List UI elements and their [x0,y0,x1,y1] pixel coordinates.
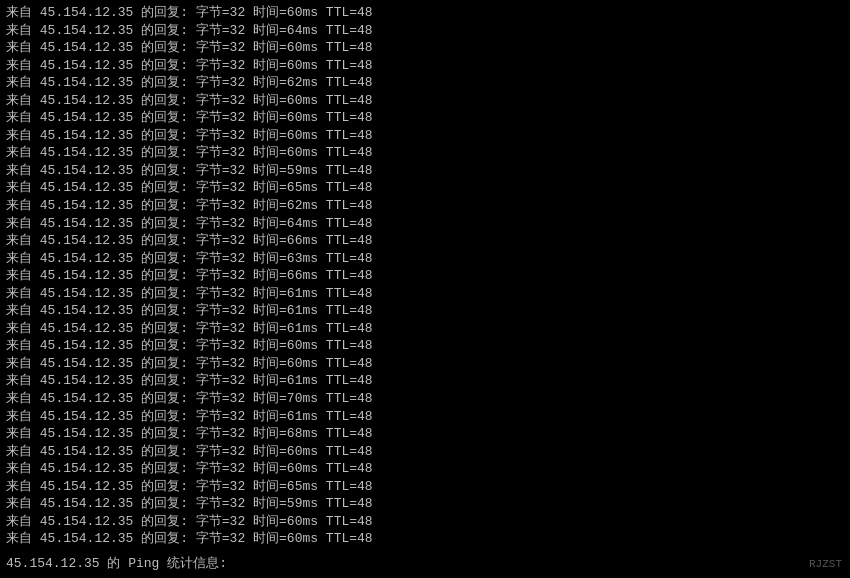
ping-line: 来自 45.154.12.35 的回复: 字节=32 时间=66ms TTL=4… [6,267,844,285]
ping-line: 来自 45.154.12.35 的回复: 字节=32 时间=60ms TTL=4… [6,355,844,373]
ping-line: 来自 45.154.12.35 的回复: 字节=32 时间=70ms TTL=4… [6,390,844,408]
ping-line: 来自 45.154.12.35 的回复: 字节=32 时间=64ms TTL=4… [6,215,844,233]
watermark: RJZST [809,558,842,570]
ping-line: 来自 45.154.12.35 的回复: 字节=32 时间=60ms TTL=4… [6,39,844,57]
ping-line: 来自 45.154.12.35 的回复: 字节=32 时间=60ms TTL=4… [6,109,844,127]
ping-line: 来自 45.154.12.35 的回复: 字节=32 时间=60ms TTL=4… [6,443,844,461]
ping-line: 来自 45.154.12.35 的回复: 字节=32 时间=66ms TTL=4… [6,232,844,250]
ping-line: 来自 45.154.12.35 的回复: 字节=32 时间=60ms TTL=4… [6,144,844,162]
ping-line: 来自 45.154.12.35 的回复: 字节=32 时间=61ms TTL=4… [6,320,844,338]
ping-line: 来自 45.154.12.35 的回复: 字节=32 时间=59ms TTL=4… [6,162,844,180]
ping-line: 来自 45.154.12.35 的回复: 字节=32 时间=62ms TTL=4… [6,197,844,215]
ping-line: 来自 45.154.12.35 的回复: 字节=32 时间=60ms TTL=4… [6,4,844,22]
ping-line: 来自 45.154.12.35 的回复: 字节=32 时间=62ms TTL=4… [6,74,844,92]
ping-line: 来自 45.154.12.35 的回复: 字节=32 时间=61ms TTL=4… [6,302,844,320]
ping-line: 来自 45.154.12.35 的回复: 字节=32 时间=68ms TTL=4… [6,425,844,443]
ping-line: 来自 45.154.12.35 的回复: 字节=32 时间=60ms TTL=4… [6,337,844,355]
ping-line: 来自 45.154.12.35 的回复: 字节=32 时间=60ms TTL=4… [6,530,844,548]
ping-line: 来自 45.154.12.35 的回复: 字节=32 时间=60ms TTL=4… [6,460,844,478]
ping-line: 来自 45.154.12.35 的回复: 字节=32 时间=60ms TTL=4… [6,57,844,75]
stats-packets-line: 数据包: 已发送 = 39，已接收 = 39，丢失 = 0 (0% 丢失), [6,573,844,574]
ping-line: 来自 45.154.12.35 的回复: 字节=32 时间=61ms TTL=4… [6,285,844,303]
ping-line: 来自 45.154.12.35 的回复: 字节=32 时间=64ms TTL=4… [6,22,844,40]
ping-line: 来自 45.154.12.35 的回复: 字节=32 时间=61ms TTL=4… [6,372,844,390]
ping-line: 来自 45.154.12.35 的回复: 字节=32 时间=65ms TTL=4… [6,179,844,197]
ping-line: 来自 45.154.12.35 的回复: 字节=32 时间=60ms TTL=4… [6,127,844,145]
ping-line: 来自 45.154.12.35 的回复: 字节=32 时间=63ms TTL=4… [6,250,844,268]
ping-line: 来自 45.154.12.35 的回复: 字节=32 时间=60ms TTL=4… [6,92,844,110]
stats-header-line: 45.154.12.35 的 Ping 统计信息: [6,554,844,574]
ping-output: 来自 45.154.12.35 的回复: 字节=32 时间=60ms TTL=4… [6,4,844,548]
ping-line: 来自 45.154.12.35 的回复: 字节=32 时间=60ms TTL=4… [6,513,844,531]
ping-line: 来自 45.154.12.35 的回复: 字节=32 时间=61ms TTL=4… [6,408,844,426]
ping-line: 来自 45.154.12.35 的回复: 字节=32 时间=59ms TTL=4… [6,495,844,513]
terminal-window: 来自 45.154.12.35 的回复: 字节=32 时间=60ms TTL=4… [6,4,844,574]
ping-line: 来自 45.154.12.35 的回复: 字节=32 时间=65ms TTL=4… [6,478,844,496]
stats-section: 45.154.12.35 的 Ping 统计信息: 数据包: 已发送 = 39，… [6,554,844,574]
